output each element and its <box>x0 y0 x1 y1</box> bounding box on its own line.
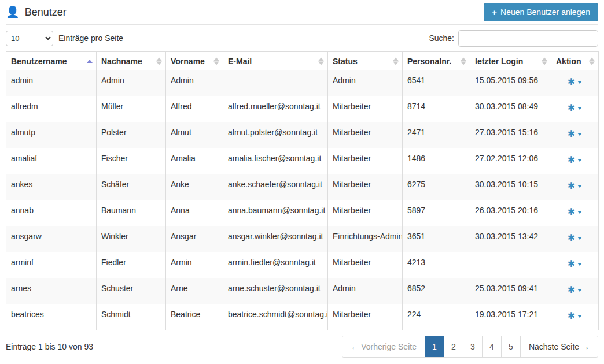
page-number-button-4[interactable]: 4 <box>483 336 502 357</box>
cell-nachname: Schmidt <box>97 304 166 330</box>
cell-vorname: Ansgar <box>166 226 223 252</box>
cell-aktion: ✱ <box>551 96 599 122</box>
title-wrap: 👤 Benutzer <box>6 6 67 18</box>
page-title: Benutzer <box>25 6 67 18</box>
row-action-dropdown-button[interactable]: ✱ <box>568 233 582 243</box>
caret-down-icon <box>577 211 582 214</box>
table-row: alfredmMüllerAlfredalfred.mueller@sonnta… <box>6 96 599 122</box>
row-action-dropdown-button[interactable]: ✱ <box>568 207 582 217</box>
row-action-dropdown-button[interactable]: ✱ <box>568 259 582 269</box>
cell-nachname: Fiedler <box>97 252 166 278</box>
column-label: E-Mail <box>228 57 252 66</box>
cell-status: Admin <box>328 70 403 96</box>
cell-status: Mitarbeiter <box>328 96 403 122</box>
caret-down-icon <box>577 289 582 292</box>
cell-nachname: Schäfer <box>97 174 166 200</box>
sort-arrows-icon <box>393 57 399 65</box>
row-action-dropdown-button[interactable]: ✱ <box>568 181 582 191</box>
column-header-aktion[interactable]: Aktion <box>551 52 599 70</box>
cell-status: Einrichtungs-Admin <box>328 226 403 252</box>
page-number-button-3[interactable]: 3 <box>463 336 483 357</box>
sort-arrows-icon <box>589 57 595 65</box>
cell-letzter_login: 15.05.2015 09:56 <box>470 70 551 96</box>
row-action-dropdown-button[interactable]: ✱ <box>568 103 582 113</box>
asterisk-icon: ✱ <box>568 233 575 243</box>
cell-benutzername: alfredm <box>6 96 97 122</box>
search-wrap: Suche: <box>429 30 598 47</box>
sort-arrows-icon <box>156 57 162 65</box>
page-size-label: Einträge pro Seite <box>58 34 123 43</box>
new-user-button[interactable]: + Neuen Benutzer anlegen <box>484 3 598 21</box>
cell-nachname: Admin <box>97 70 166 96</box>
asterisk-icon: ✱ <box>568 311 575 321</box>
cell-aktion: ✱ <box>551 304 599 330</box>
caret-down-icon <box>577 159 582 162</box>
row-action-dropdown-button[interactable]: ✱ <box>568 311 582 321</box>
table-row: beatricesSchmidtBeatricebeatrice.schmidt… <box>6 304 599 330</box>
row-action-dropdown-button[interactable]: ✱ <box>568 285 582 295</box>
column-header-letzter_login[interactable]: letzter Login <box>470 52 551 70</box>
asterisk-icon: ✱ <box>568 181 575 191</box>
search-input[interactable] <box>458 30 598 47</box>
cell-personalnr: 6541 <box>403 70 470 96</box>
table-row: ankesSchäferAnkeanke.schaefer@sonntag.it… <box>6 174 599 200</box>
cell-email: armin.fiedler@sonntag.it <box>223 252 328 278</box>
asterisk-icon: ✱ <box>568 155 575 165</box>
sort-arrows-icon <box>461 57 466 65</box>
cell-nachname: Müller <box>97 96 166 122</box>
cell-personalnr: 8714 <box>403 96 470 122</box>
cell-status: Mitarbeiter <box>328 122 403 148</box>
cell-letzter_login: 19.03.2015 17:21 <box>470 304 551 330</box>
next-page-button[interactable]: Nächste Seite → <box>521 336 598 357</box>
user-icon: 👤 <box>6 6 20 17</box>
column-header-vorname[interactable]: Vorname <box>166 52 223 70</box>
table-row: ansgarwWinklerAnsgaransgar.winkler@sonnt… <box>6 226 599 252</box>
asterisk-icon: ✱ <box>568 103 575 113</box>
column-header-email[interactable]: E-Mail <box>223 52 328 70</box>
row-action-dropdown-button[interactable]: ✱ <box>568 129 582 139</box>
cell-email: amalia.fischer@sonntag.it <box>223 148 328 174</box>
column-header-personalnr[interactable]: Personalnr. <box>403 52 470 70</box>
sort-arrows-icon <box>542 57 547 65</box>
cell-nachname: Fischer <box>97 148 166 174</box>
cell-email: anke.schaefer@sonntag.it <box>223 174 328 200</box>
cell-benutzername: arnes <box>6 278 97 304</box>
page-number-button-5[interactable]: 5 <box>502 336 521 357</box>
column-label: Benutzername <box>11 57 67 66</box>
cell-personalnr: 2471 <box>403 122 470 148</box>
cell-aktion: ✱ <box>551 252 599 278</box>
cell-personalnr: 224 <box>403 304 470 330</box>
cell-nachname: Winkler <box>97 226 166 252</box>
pagination: ← Vorherige Seite12345Nächste Seite → <box>342 336 598 358</box>
page-size-select[interactable]: 10 <box>6 31 53 46</box>
cell-email <box>223 70 328 96</box>
column-label: Status <box>333 57 358 66</box>
cell-nachname: Baumann <box>97 200 166 226</box>
cell-letzter_login: 27.03.2015 15:16 <box>470 122 551 148</box>
cell-personalnr: 5897 <box>403 200 470 226</box>
cell-vorname: Amalia <box>166 148 223 174</box>
cell-vorname: Beatrice <box>166 304 223 330</box>
row-action-dropdown-button[interactable]: ✱ <box>568 155 582 165</box>
column-header-status[interactable]: Status <box>328 52 403 70</box>
column-header-benutzername[interactable]: Benutzername <box>6 52 97 70</box>
cell-status: Mitarbeiter <box>328 174 403 200</box>
cell-status: Mitarbeiter <box>328 252 403 278</box>
column-label: Personalnr. <box>407 57 451 66</box>
cell-personalnr: 3651 <box>403 226 470 252</box>
cell-email: ansgar.winkler@sonntag.it <box>223 226 328 252</box>
cell-status: Mitarbeiter <box>328 200 403 226</box>
cell-aktion: ✱ <box>551 70 599 96</box>
page-number-button-1[interactable]: 1 <box>425 336 444 357</box>
previous-page-button[interactable]: ← Vorherige Seite <box>342 336 425 357</box>
page-number-button-2[interactable]: 2 <box>444 336 463 357</box>
cell-personalnr: 4213 <box>403 252 470 278</box>
column-header-nachname[interactable]: Nachname <box>97 52 166 70</box>
cell-aktion: ✱ <box>551 278 599 304</box>
row-action-dropdown-button[interactable]: ✱ <box>568 77 582 87</box>
new-user-button-label: Neuen Benutzer anlegen <box>500 8 590 17</box>
caret-down-icon <box>577 107 582 110</box>
cell-aktion: ✱ <box>551 148 599 174</box>
cell-email: beatrice.schmidt@sonntag.it <box>223 304 328 330</box>
cell-letzter_login: 26.03.2015 20:16 <box>470 200 551 226</box>
